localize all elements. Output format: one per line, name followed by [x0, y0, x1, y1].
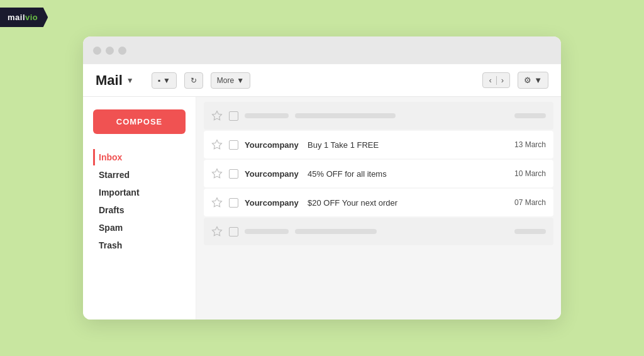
- svg-marker-0: [213, 111, 222, 120]
- email-sender-3: Yourcompany: [245, 198, 301, 208]
- select-chevron: ▼: [163, 76, 170, 85]
- svg-marker-2: [213, 169, 222, 178]
- main-layout: COMPOSE Inbox Starred Important Drafts S…: [83, 97, 561, 320]
- email-row-placeholder-top: [204, 102, 553, 130]
- email-sender-1: Yourcompany: [245, 140, 301, 150]
- toolbar-nav: ‹ ›: [482, 72, 510, 88]
- outer-wrapper: mailvio Mail ▼ ▪ ▼: [0, 0, 644, 356]
- placeholder-subject-top: [295, 113, 396, 118]
- logo-banner: mailvio: [0, 8, 48, 27]
- svg-marker-3: [213, 198, 222, 207]
- sidebar: COMPOSE Inbox Starred Important Drafts S…: [83, 97, 196, 320]
- refresh-btn[interactable]: ↻: [184, 72, 203, 89]
- placeholder-subject-bottom: [295, 229, 377, 234]
- gear-settings-btn[interactable]: ⚙ ▼: [518, 72, 548, 89]
- traffic-light-minimize[interactable]: [106, 47, 114, 55]
- more-chevron: ▼: [236, 76, 244, 85]
- placeholder-sender-top: [245, 113, 289, 118]
- placeholder-date-bottom: [514, 229, 546, 234]
- gear-icon: ⚙: [524, 75, 531, 85]
- sidebar-item-inbox[interactable]: Inbox: [93, 149, 186, 165]
- star-icon-3[interactable]: [211, 197, 223, 208]
- traffic-light-close[interactable]: [93, 47, 101, 55]
- refresh-icon: ↻: [191, 76, 197, 85]
- email-list: Yourcompany Buy 1 Take 1 FREE 13 March Y…: [196, 97, 561, 320]
- star-icon-2[interactable]: [211, 168, 223, 179]
- placeholder-sender-bottom: [245, 229, 289, 234]
- email-row-3[interactable]: Yourcompany $20 OFF Your next order 07 M…: [204, 189, 553, 216]
- toolbar-title: Mail ▼: [96, 72, 134, 89]
- sidebar-item-trash[interactable]: Trash: [93, 237, 186, 253]
- logo-vio: vio: [25, 13, 38, 22]
- email-subject-1: Buy 1 Take 1 FREE: [308, 140, 499, 150]
- more-label: More: [217, 76, 234, 85]
- more-btn[interactable]: More ▼: [211, 72, 250, 89]
- email-row-1[interactable]: Yourcompany Buy 1 Take 1 FREE 13 March: [204, 131, 553, 159]
- mail-title-text: Mail: [96, 72, 123, 89]
- placeholder-date-top: [514, 113, 546, 118]
- sidebar-item-important[interactable]: Important: [93, 184, 186, 201]
- checkbox-2[interactable]: [229, 169, 238, 179]
- sidebar-item-starred[interactable]: Starred: [93, 167, 186, 183]
- checkbox-3[interactable]: [229, 198, 238, 208]
- svg-marker-1: [213, 140, 222, 149]
- browser-chrome: [83, 36, 561, 64]
- toolbar: Mail ▼ ▪ ▼ ↻ More ▼: [83, 64, 561, 97]
- app-content: Mail ▼ ▪ ▼ ↻ More ▼: [83, 64, 561, 320]
- nav-prev-btn[interactable]: ‹: [487, 75, 493, 85]
- mail-title-chevron[interactable]: ▼: [126, 76, 134, 85]
- nav-next-btn[interactable]: ›: [499, 75, 506, 85]
- traffic-lights: [93, 47, 126, 55]
- star-icon-placeholder-top[interactable]: [211, 110, 223, 121]
- nav-divider: [496, 76, 497, 85]
- checkbox-placeholder-top[interactable]: [229, 111, 238, 121]
- logo-text: mailvio: [8, 13, 38, 22]
- sidebar-item-spam[interactable]: Spam: [93, 220, 186, 236]
- email-date-3: 07 March: [505, 198, 546, 207]
- email-date-2: 10 March: [505, 169, 546, 178]
- star-icon-placeholder-bottom[interactable]: [211, 226, 223, 237]
- svg-marker-4: [213, 227, 222, 236]
- email-row-2[interactable]: Yourcompany 45% OFF for all items 10 Mar…: [204, 160, 553, 187]
- sidebar-item-drafts[interactable]: Drafts: [93, 202, 186, 218]
- checkbox-placeholder-bottom[interactable]: [229, 227, 238, 236]
- sidebar-nav: Inbox Starred Important Drafts Spam Tras…: [93, 149, 186, 253]
- email-subject-2: 45% OFF for all items: [308, 169, 499, 179]
- select-icon: ▪: [158, 76, 160, 85]
- email-subject-3: $20 OFF Your next order: [308, 198, 499, 208]
- gear-chevron: ▼: [534, 75, 542, 85]
- checkbox-1[interactable]: [229, 140, 238, 150]
- compose-button[interactable]: COMPOSE: [93, 109, 186, 134]
- email-row-placeholder-bottom: [204, 218, 553, 245]
- email-date-1: 13 March: [505, 140, 546, 149]
- email-sender-2: Yourcompany: [245, 169, 301, 179]
- select-dropdown-btn[interactable]: ▪ ▼: [152, 72, 177, 89]
- traffic-light-maximize[interactable]: [118, 47, 126, 55]
- browser-window: Mail ▼ ▪ ▼ ↻ More ▼: [83, 36, 561, 320]
- star-icon-1[interactable]: [211, 139, 223, 150]
